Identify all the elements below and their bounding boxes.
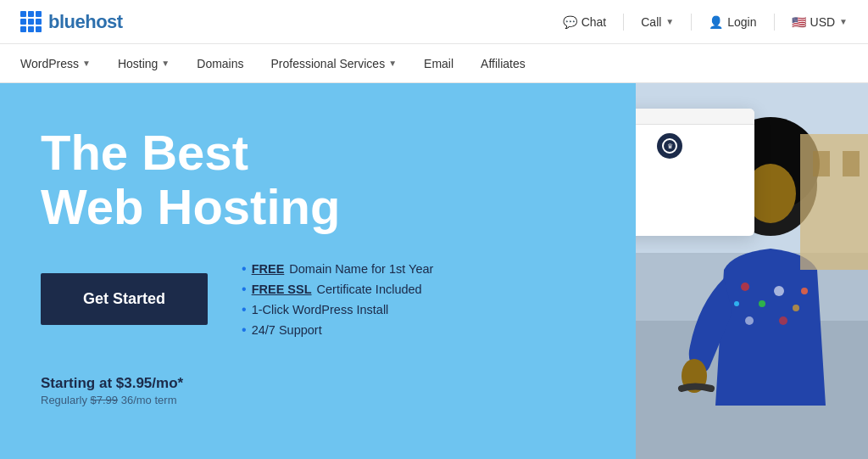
top-bar: bluehost 💬 Chat Call ▼ 👤 Login 🇺🇸 USD ▼ (0, 0, 868, 44)
browser-nav-grooming: GROOMING (636, 184, 746, 190)
feature-ssl-text: Certificate Included (317, 283, 422, 296)
svg-point-9 (793, 305, 799, 311)
svg-point-10 (745, 316, 754, 325)
get-started-button[interactable]: Get Started (41, 273, 208, 325)
feature-item-wordpress: 1-Click WordPress Install (242, 302, 433, 317)
nav-item-wordpress[interactable]: WordPress ▼ (20, 44, 104, 82)
browser-bar (636, 109, 754, 125)
nav-label-affiliates: Affiliates (481, 57, 526, 70)
call-dropdown-arrow: ▼ (665, 17, 674, 26)
brand-name: bluehost (48, 11, 123, 33)
svg-rect-17 (843, 151, 860, 176)
call-label: Call (641, 15, 661, 29)
divider2 (691, 14, 692, 31)
svg-rect-16 (813, 151, 830, 176)
user-icon: 👤 (709, 15, 723, 29)
currency-label: USD (810, 15, 836, 29)
site-logo-inner: ♛ (662, 138, 677, 154)
original-price: $7.99 (91, 394, 119, 406)
nav-bar: WordPress ▼ Hosting ▼ Domains Profession… (0, 44, 868, 83)
browser-nav: STYLE GROOMING HAIR LIFESTYLE CARS WATCH… (636, 172, 746, 227)
call-button[interactable]: Call ▼ (641, 15, 674, 29)
browser-content: ♛ STYLE GROOMING HAIR LIFESTYLE CARS WAT… (636, 125, 754, 236)
feature-item-support: 24/7 Support (242, 322, 433, 338)
free-domain-link[interactable]: FREE (252, 262, 285, 276)
starting-at-price: Starting at $3.95/mo* (41, 375, 595, 392)
nav-item-domains[interactable]: Domains (183, 44, 257, 82)
nav-label-wordpress: WordPress (20, 57, 79, 70)
hero-title: The Best Web Hosting (41, 126, 595, 234)
top-actions: 💬 Chat Call ▼ 👤 Login 🇺🇸 USD ▼ (563, 14, 848, 31)
nav-label-professional-services: Professional Services (271, 57, 386, 70)
flag-icon: 🇺🇸 (792, 15, 806, 29)
regular-price-info: Regularly $7.99 36/mo term (41, 394, 595, 406)
term-label: 36/mo term (121, 394, 177, 406)
svg-point-12 (734, 301, 739, 306)
hero-section: The Best Web Hosting Get Started FREE Do… (0, 83, 868, 459)
browser-nav-watches: WATCHES (636, 218, 746, 224)
chat-button[interactable]: 💬 Chat (563, 15, 607, 29)
professional-services-dropdown-arrow: ▼ (388, 59, 397, 68)
nav-item-email[interactable]: Email (410, 44, 467, 82)
hero-content: The Best Web Hosting Get Started FREE Do… (0, 83, 636, 459)
hero-title-line2: Web Hosting (41, 179, 340, 234)
chat-label: Chat (581, 15, 607, 29)
currency-button[interactable]: 🇺🇸 USD ▼ (792, 15, 848, 29)
browser-nav-hair: HAIR (636, 193, 746, 199)
feature-item-ssl: FREE SSL Certificate Included (242, 282, 433, 297)
divider (623, 14, 624, 31)
login-label: Login (727, 15, 756, 29)
hero-title-line1: The Best (41, 125, 248, 180)
chat-icon: 💬 (563, 15, 577, 29)
hero-image-area: ♛ STYLE GROOMING HAIR LIFESTYLE CARS WAT… (636, 83, 868, 459)
pricing-info: Starting at $3.95/mo* Regularly $7.99 36… (41, 375, 595, 406)
nav-item-hosting[interactable]: Hosting ▼ (104, 44, 183, 82)
crown-icon: ♛ (667, 143, 673, 150)
wordpress-dropdown-arrow: ▼ (82, 59, 91, 68)
features-list: FREE Domain Name for 1st Year FREE SSL C… (242, 261, 433, 338)
browser-nav-style: STYLE (636, 176, 746, 182)
feature-wordpress-text: 1-Click WordPress Install (252, 303, 389, 316)
nav-item-professional-services[interactable]: Professional Services ▼ (258, 44, 411, 82)
feature-domain-text: Domain Name for 1st Year (289, 262, 433, 276)
site-logo: ♛ (657, 133, 682, 159)
logo-area[interactable]: bluehost (20, 11, 123, 33)
svg-point-7 (759, 300, 765, 307)
hosting-dropdown-arrow: ▼ (161, 59, 170, 68)
login-button[interactable]: 👤 Login (709, 15, 756, 29)
logo-grid-icon (20, 11, 42, 32)
browser-nav-cars: CARS (636, 210, 746, 216)
svg-point-6 (741, 283, 749, 291)
feature-item-domain: FREE Domain Name for 1st Year (242, 261, 433, 277)
hero-actions: Get Started FREE Domain Name for 1st Yea… (41, 261, 595, 338)
nav-label-hosting: Hosting (118, 57, 158, 70)
nav-label-email: Email (424, 57, 453, 70)
divider3 (774, 14, 775, 31)
regular-label: Regularly (41, 394, 87, 406)
svg-point-13 (801, 288, 808, 294)
nav-item-affiliates[interactable]: Affiliates (467, 44, 539, 82)
free-ssl-link[interactable]: FREE SSL (252, 283, 312, 296)
svg-point-8 (774, 286, 784, 296)
browser-mockup: ♛ STYLE GROOMING HAIR LIFESTYLE CARS WAT… (636, 109, 754, 236)
svg-point-11 (779, 316, 787, 325)
browser-nav-lifestyle: LIFESTYLE (636, 201, 746, 207)
currency-dropdown-arrow: ▼ (839, 17, 848, 26)
nav-label-domains: Domains (197, 57, 243, 70)
feature-support-text: 24/7 Support (252, 323, 322, 337)
